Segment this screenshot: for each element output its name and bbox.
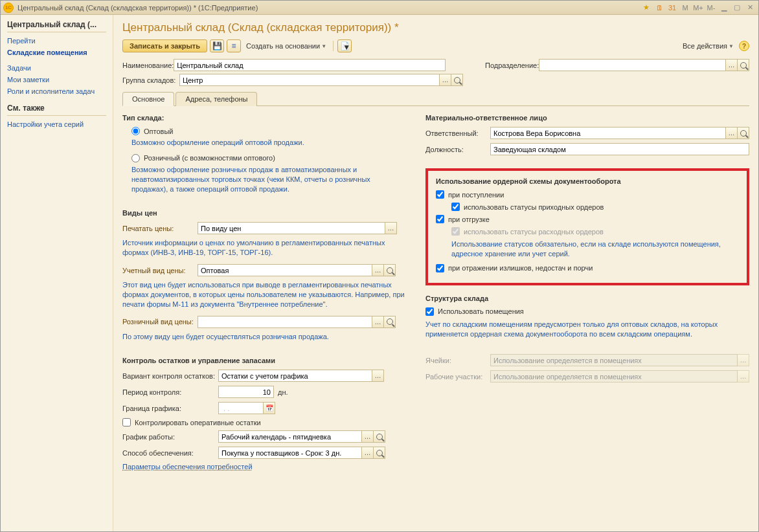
sidebar: Центральный склад (... Перейти Складские… [1, 15, 113, 531]
acc-price-ellipsis[interactable]: … [372, 264, 384, 276]
chk-on-shipment[interactable] [436, 215, 444, 223]
window-title: Центральный склад (Склад (складская терр… [17, 4, 639, 12]
magnify-icon [454, 77, 460, 83]
variant-label: Вариант контроля остатков: [122, 372, 218, 380]
schedule-search[interactable] [374, 430, 385, 443]
chk-receipt-status[interactable] [451, 203, 460, 211]
calc-mplus-button[interactable]: M+ [692, 3, 704, 13]
resp-field[interactable] [490, 127, 726, 139]
print-prices-ellipsis[interactable]: … [385, 222, 397, 234]
radio-retail[interactable] [131, 154, 140, 162]
maximize-button[interactable]: ▢ [731, 3, 743, 13]
print-prices-hint: Источник информации о ценах по умолчанию… [122, 238, 407, 258]
group-search-button[interactable] [451, 74, 463, 86]
chk-on-receipt-label: при поступлении [448, 191, 504, 199]
calc-m-button[interactable]: M [679, 3, 691, 13]
supply-search[interactable] [374, 447, 385, 459]
supply-field[interactable] [218, 447, 362, 459]
chk-on-shipment-label: при отгрузке [448, 216, 490, 223]
reports-icon[interactable]: 📄▼ [337, 39, 352, 52]
sidebar-tasks[interactable]: Задачи [7, 62, 106, 74]
titlebar: 1C Центральный склад (Склад (складская т… [1, 1, 758, 15]
magnify-icon [376, 450, 383, 456]
cells-label: Ячейки: [425, 357, 490, 364]
radio-wholesale[interactable] [131, 127, 140, 135]
variant-ellipsis[interactable]: … [372, 370, 384, 382]
chk-receipt-status-label: использовать статусы приходных ордеров [464, 203, 604, 211]
chk-on-surplus[interactable] [436, 264, 444, 272]
cells-field [490, 354, 738, 366]
resp-section-title: Материально-ответственное лицо [425, 114, 749, 122]
dept-ellipsis-button[interactable]: … [726, 59, 738, 71]
chk-use-premises[interactable] [425, 307, 434, 316]
cells-ellipsis: … [738, 354, 749, 366]
schedule-ellipsis[interactable]: … [362, 430, 374, 443]
retail-price-hint: По этому виду цен будет осуществляться р… [122, 332, 407, 342]
border-field[interactable] [218, 402, 264, 414]
stock-section-title: Контроль остатков и управление запасами [122, 357, 407, 364]
tab-main[interactable]: Основное [122, 92, 174, 106]
retail-price-search[interactable] [384, 316, 396, 328]
acc-price-field[interactable] [198, 264, 372, 276]
calc-mminus-button[interactable]: M- [705, 3, 717, 13]
sidebar-series-settings[interactable]: Настройки учета серий [7, 118, 106, 130]
wholesale-hint: Возможно оформление операций оптовой про… [131, 138, 407, 148]
acc-price-label: Учетный вид цены: [122, 267, 198, 274]
pos-label: Должность: [425, 146, 490, 153]
pos-field[interactable] [490, 143, 749, 155]
list-icon[interactable]: ≡ [227, 39, 241, 52]
struct-hint: Учет по складским помещениям предусмотре… [425, 320, 749, 339]
dept-search-button[interactable] [738, 59, 749, 71]
schedule-icon[interactable]: 🗓 [653, 3, 665, 13]
operative-label: Контролировать оперативные остатки [135, 419, 261, 427]
print-prices-field[interactable] [198, 222, 385, 234]
save-icon[interactable]: 💾 [210, 39, 224, 52]
supply-label: Способ обеспечения: [122, 449, 218, 457]
areas-field [490, 370, 738, 382]
favorite-icon[interactable]: ★ [640, 3, 652, 13]
app-icon: 1C [3, 3, 14, 13]
operative-checkbox[interactable] [122, 418, 131, 427]
retail-price-ellipsis[interactable]: … [372, 316, 384, 328]
save-close-button[interactable]: Записать и закрыть [122, 39, 207, 52]
acc-price-search[interactable] [384, 264, 396, 276]
retail-price-field[interactable] [198, 316, 372, 328]
order-section-title: Использование ордерной схемы документооб… [436, 177, 739, 185]
schedule-field[interactable] [218, 430, 362, 443]
border-calendar-button[interactable]: 📅 [264, 402, 275, 414]
name-field[interactable] [174, 59, 446, 71]
minimize-button[interactable]: ▁ [718, 3, 730, 13]
supply-ellipsis[interactable]: … [362, 447, 374, 459]
toolbar: Записать и закрыть 💾 ≡ Создать на основа… [122, 39, 749, 52]
resp-ellipsis[interactable]: … [726, 127, 738, 139]
magnify-icon [740, 62, 747, 69]
create-based-button[interactable]: Создать на основании▼ [244, 42, 329, 50]
sidebar-premises[interactable]: Складские помещения [7, 47, 106, 58]
sidebar-goto[interactable]: Перейти [7, 35, 106, 47]
radio-retail-label: Розничный (с возможностями оптового) [144, 154, 275, 162]
all-actions-button[interactable]: Все действия▼ [680, 42, 736, 50]
help-icon[interactable]: ? [739, 41, 749, 51]
group-field[interactable] [179, 74, 440, 86]
radio-wholesale-label: Оптовый [144, 127, 173, 135]
tabs: Основное Адреса, телефоны [122, 91, 749, 106]
sidebar-roles[interactable]: Роли и исполнители задач [7, 85, 106, 97]
type-section-title: Тип склада: [122, 114, 407, 122]
order-scheme-highlight: Использование ордерной схемы документооб… [425, 168, 749, 285]
supply-params-link[interactable]: Параметры обеспечения потребностей [122, 463, 407, 471]
sidebar-notes[interactable]: Мои заметки [7, 74, 106, 85]
group-ellipsis-button[interactable]: … [440, 74, 451, 86]
magnify-icon [376, 434, 383, 440]
period-field[interactable] [218, 386, 274, 398]
variant-field[interactable] [218, 370, 372, 382]
resp-search[interactable] [738, 127, 749, 139]
chk-on-receipt[interactable] [436, 190, 444, 199]
sidebar-see-also-title: См. также [7, 104, 106, 116]
dept-field[interactable] [539, 59, 726, 71]
chk-shipment-status-label: использовать статусы расходных ордеров [464, 228, 604, 236]
schedule-label: График работы: [122, 433, 218, 441]
tab-addresses[interactable]: Адреса, телефоны [176, 92, 257, 106]
calendar-icon[interactable]: 31 [666, 3, 678, 13]
close-button[interactable]: ✕ [744, 3, 756, 13]
retail-hint: Возможно оформление розничных продаж в а… [131, 165, 407, 194]
